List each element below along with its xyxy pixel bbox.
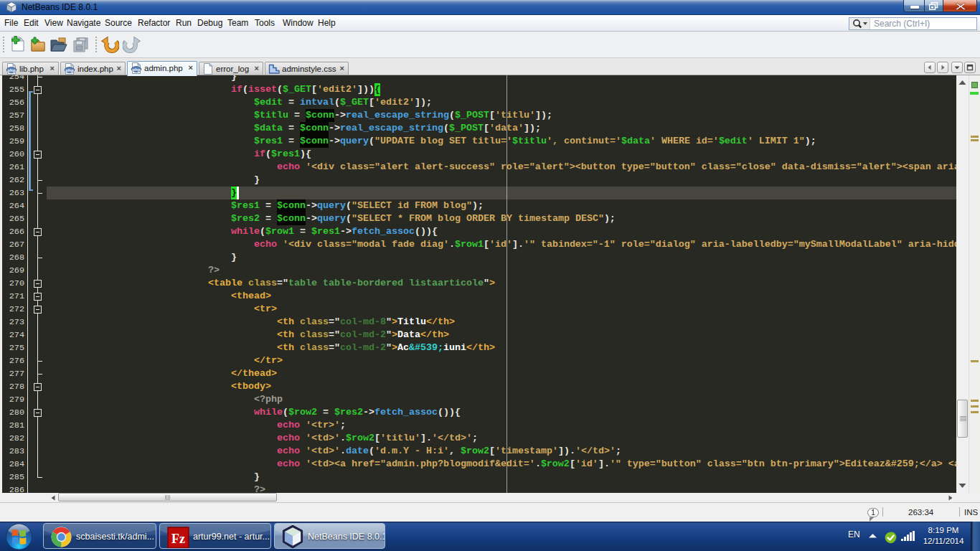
- svg-text:php: php: [132, 67, 141, 72]
- svg-text:Fz: Fz: [171, 532, 185, 546]
- svg-text:php: php: [65, 67, 74, 72]
- svg-text:php: php: [7, 67, 16, 72]
